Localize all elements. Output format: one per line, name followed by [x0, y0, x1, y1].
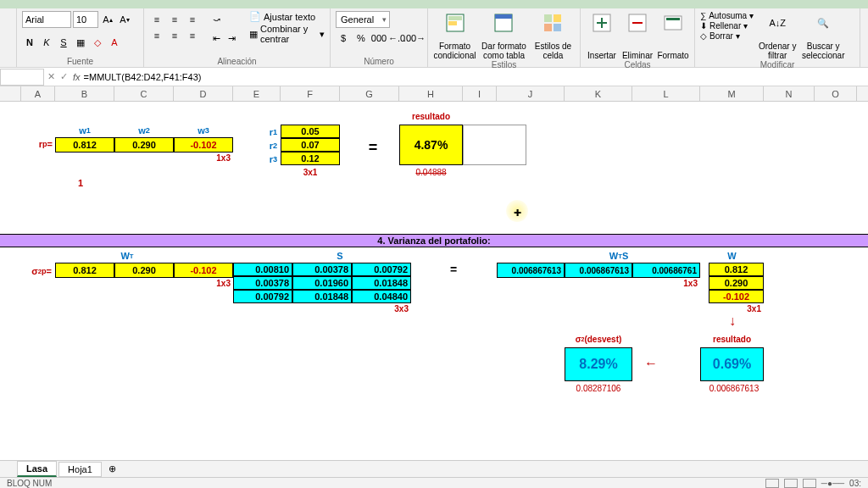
s-21[interactable]: 0.01848 — [292, 290, 352, 303]
cell-w2-1[interactable]: 0.812 — [55, 263, 114, 278]
insert-button[interactable]: Insertar — [586, 11, 618, 60]
align-bottom-icon[interactable]: ≡ — [185, 11, 200, 28]
s-20[interactable]: 0.00792 — [233, 290, 292, 303]
delete-button[interactable]: Eliminar — [621, 11, 654, 60]
s-01[interactable]: 0.00378 — [292, 263, 352, 276]
underline-button[interactable]: S — [56, 34, 71, 51]
sheet-area[interactable]: w1 w2 w3 rp= 0.812 0.290 -0.102 1x3 1 r1… — [0, 102, 868, 449]
cursor-highlight: ✚ — [506, 200, 528, 222]
name-box[interactable] — [0, 69, 44, 86]
svg-rect-6 — [554, 14, 561, 22]
wts-2[interactable]: 0.00686761 — [632, 263, 700, 278]
wcol-0[interactable]: 0.812 — [709, 263, 764, 276]
format-table-button[interactable]: Dar formato como tabla — [480, 11, 528, 60]
align-middle-icon[interactable]: ≡ — [167, 11, 182, 28]
styles-group-label: Estilos — [433, 60, 575, 70]
cell-weight-1[interactable]: 0.812 — [55, 137, 114, 152]
wts-0[interactable]: 0.006867613 — [497, 263, 565, 278]
percent-icon[interactable]: % — [353, 30, 369, 47]
conditional-format-button[interactable]: Formato condicional — [433, 11, 476, 60]
font-size-select[interactable] — [73, 11, 98, 28]
cell-r2[interactable]: 0.07 — [281, 138, 340, 152]
label-result-raw: 0.04888 — [399, 168, 463, 177]
new-sheet-button[interactable]: ⊕ — [103, 462, 121, 476]
svg-rect-4 — [495, 14, 512, 19]
italic-button[interactable]: K — [39, 34, 54, 51]
cell-w2-2[interactable]: 0.290 — [114, 263, 174, 278]
increase-decimal-icon[interactable]: ←.0 — [389, 30, 404, 47]
label-rp: rp= — [21, 139, 55, 149]
cell-r3[interactable]: 0.12 — [281, 152, 340, 165]
zoom-slider[interactable]: ─●── — [821, 479, 844, 488]
decrease-indent-icon[interactable]: ⇤ — [209, 30, 224, 47]
wrap-text-button[interactable]: 📄 Ajustar texto — [249, 11, 325, 22]
label-desvest: σ2(desvest) — [565, 335, 632, 344]
font-name-select[interactable] — [22, 11, 71, 28]
format-button[interactable]: Formato — [657, 11, 689, 60]
clear-button[interactable]: ◇ Borrar ▾ — [700, 31, 754, 41]
currency-icon[interactable]: $ — [336, 30, 351, 47]
align-right-icon[interactable]: ≡ — [185, 27, 200, 44]
modify-group-label: Modificar — [700, 60, 854, 70]
cancel-formula-icon[interactable]: ✕ — [47, 71, 55, 82]
merge-center-button[interactable]: ▦ Combinar y centrar ▾ — [249, 24, 325, 44]
fx-icon[interactable]: fx — [73, 72, 81, 82]
svg-rect-5 — [544, 14, 552, 22]
svg-rect-2 — [448, 21, 457, 25]
column-headers[interactable]: AB CD EF GH IJ KL MN O — [0, 86, 868, 102]
svg-rect-12 — [666, 18, 680, 20]
section-title: 4. Varianza del portafolio: — [0, 234, 868, 247]
wcol-1[interactable]: 0.290 — [709, 276, 764, 290]
fill-button[interactable]: ⬇ Rellenar ▾ — [700, 21, 754, 30]
sheet-tab-hoja1[interactable]: Hoja1 — [58, 462, 102, 477]
decrease-decimal-icon[interactable]: .00→ — [407, 30, 422, 47]
increase-font-icon[interactable]: A▴ — [100, 11, 115, 28]
s-10[interactable]: 0.00378 — [233, 276, 292, 290]
cell-w2-3[interactable]: -0.102 — [174, 263, 233, 278]
cell-r1[interactable]: 0.05 — [281, 125, 340, 138]
s-11[interactable]: 0.01960 — [292, 276, 352, 290]
label-one: 1 — [55, 178, 106, 188]
find-select-button[interactable]: 🔍 Buscar y seleccionar — [801, 11, 845, 60]
sort-filter-button[interactable]: A↓Z Ordenar y filtrar — [757, 11, 798, 60]
align-left-icon[interactable]: ≡ — [149, 27, 164, 44]
label-dim-s3: 1x3 — [632, 279, 700, 288]
increase-indent-icon[interactable]: ⇥ — [224, 30, 239, 47]
cell-result2[interactable]: 0.69% — [700, 347, 764, 381]
label-w3: w3 — [174, 125, 233, 136]
s-02[interactable]: 0.00792 — [352, 263, 411, 276]
align-top-icon[interactable]: ≡ — [149, 11, 164, 28]
cell-styles-button[interactable]: Estilos de celda — [531, 11, 575, 60]
font-color-button[interactable]: A — [107, 34, 122, 51]
bold-button[interactable]: N — [22, 34, 37, 51]
cell-result-pct[interactable]: 4.87% — [399, 125, 463, 165]
page-break-icon[interactable] — [803, 479, 816, 488]
conditional-format-icon — [443, 13, 467, 33]
s-22[interactable]: 0.04840 — [352, 290, 411, 303]
number-group-label: Número — [336, 57, 422, 67]
decrease-font-icon[interactable]: A▾ — [117, 11, 132, 28]
s-00[interactable]: 0.00810 — [233, 263, 292, 276]
equals-1: = — [352, 139, 394, 157]
label-wts: WTS — [559, 251, 678, 261]
cell-weight-2[interactable]: 0.290 — [114, 137, 174, 152]
autosum-button[interactable]: ∑ Autosuma ▾ — [700, 11, 754, 20]
orientation-icon[interactable]: ⤻ — [209, 11, 224, 28]
number-format-select[interactable]: General — [336, 11, 390, 28]
normal-view-icon[interactable] — [765, 479, 779, 488]
svg-rect-7 — [544, 24, 552, 31]
align-center-icon[interactable]: ≡ — [167, 27, 182, 44]
page-layout-icon[interactable] — [784, 479, 798, 488]
sheet-tab-bar: Lasa Hoja1 ⊕ — [0, 460, 868, 477]
sheet-tab-lasa[interactable]: Lasa — [17, 461, 57, 477]
formula-input[interactable] — [84, 72, 423, 82]
cell-weight-3[interactable]: -0.102 — [174, 137, 233, 152]
wcol-2[interactable]: -0.102 — [709, 290, 764, 303]
cell-desvest[interactable]: 8.29% — [565, 347, 632, 381]
s-12[interactable]: 0.01848 — [352, 276, 411, 290]
border-button[interactable]: ▦ — [73, 34, 88, 51]
fill-color-button[interactable]: ◇ — [90, 34, 105, 51]
wts-1[interactable]: 0.006867613 — [565, 263, 632, 278]
comma-icon[interactable]: 000 — [371, 30, 387, 47]
accept-formula-icon[interactable]: ✓ — [60, 71, 68, 82]
